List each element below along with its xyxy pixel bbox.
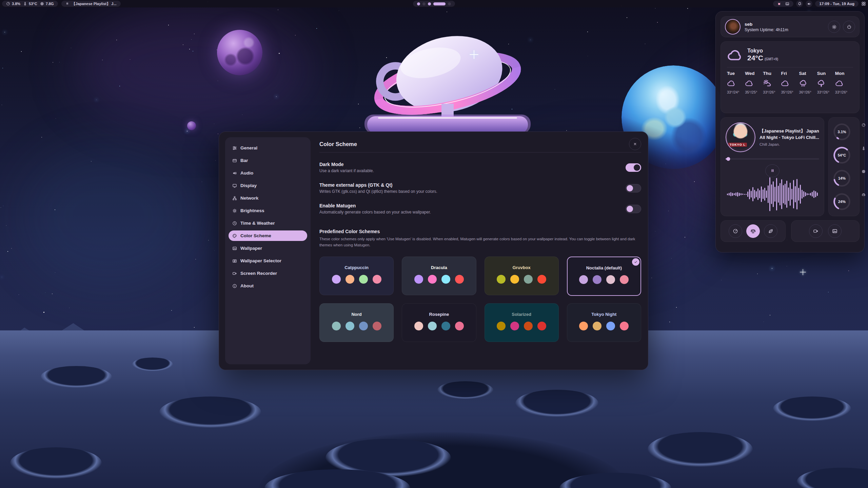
scheme-card-nord[interactable]: Nord	[319, 303, 394, 342]
sidebar-item-wallpaper-selector[interactable]: Wallpaper Selector	[229, 256, 307, 266]
cat-icon	[777, 2, 781, 6]
side-panel: seb System Uptime: 4h11m Tokyo 24°C (GMT…	[715, 11, 865, 252]
workspace-indicator[interactable]	[413, 1, 455, 7]
cloud-icon	[781, 79, 789, 87]
thermometer-icon	[862, 146, 866, 150]
sidebar-item-general[interactable]: General	[229, 143, 307, 153]
color-swatch	[524, 275, 533, 284]
close-button[interactable]	[629, 138, 641, 150]
scheme-card-solarized[interactable]: Solarized	[485, 303, 559, 342]
seek-bar[interactable]	[726, 158, 819, 160]
color-swatch	[510, 275, 519, 284]
sidebar-item-brightness[interactable]: Brightness	[229, 205, 307, 216]
sidebar-item-screen-recorder[interactable]: Screen Recorder	[229, 268, 307, 279]
color-swatch	[359, 322, 368, 330]
stat-speedometer: 3.8%	[6, 2, 20, 6]
color-swatch	[414, 322, 423, 330]
app-grid-button[interactable]	[861, 1, 866, 6]
notifications-button[interactable]	[796, 0, 803, 7]
workspace-dot-occupied[interactable]	[417, 2, 420, 5]
media-player-card: TOKYO L 【Japanese Playlist】 Japan All Ni…	[721, 117, 824, 216]
sidebar-item-bar[interactable]: Bar	[229, 155, 307, 166]
settings-window: GeneralBarAudioDisplayNetworkBrightnessT…	[219, 131, 648, 370]
divider	[319, 152, 641, 152]
setting-title: Enable Matugen	[319, 203, 431, 208]
scheme-card-gruvbox[interactable]: Gruvbox	[485, 257, 559, 295]
rain-cloud-icon	[799, 79, 808, 87]
sidebar-item-color-scheme[interactable]: Color Scheme	[229, 230, 307, 241]
color-swatch	[332, 275, 341, 284]
workspace-dot-occupied[interactable]	[428, 2, 431, 5]
system-tray[interactable]	[773, 1, 793, 7]
setting-desc: Writes GTK (gtk.css) and Qt (qt6ct) them…	[319, 189, 437, 194]
scheme-card-rosepine[interactable]: Rosepine	[402, 303, 476, 342]
saturn-cup-illustration	[358, 30, 537, 135]
color-swatch	[593, 275, 601, 284]
page-title: Color Scheme	[319, 141, 357, 147]
gauge-chip: 14%	[829, 167, 859, 189]
window-icon	[232, 158, 237, 163]
forecast-day: Thu33°/26°	[763, 71, 781, 94]
power-profile-power-saver-button[interactable]	[764, 224, 777, 238]
chip-icon	[862, 169, 866, 174]
color-swatch	[537, 275, 546, 284]
monitor-icon	[232, 183, 237, 188]
power-profile-balanced-button[interactable]	[746, 224, 760, 238]
power-icon	[847, 24, 852, 29]
sidebar-item-wallpaper[interactable]: Wallpaper	[229, 243, 307, 253]
cloud-icon	[835, 79, 844, 87]
bell-icon	[797, 2, 802, 6]
setting-title: Dark Mode	[319, 162, 374, 167]
color-swatch	[579, 275, 588, 284]
screen-recorder-button[interactable]	[809, 224, 823, 238]
settings-button[interactable]	[828, 21, 840, 33]
clock[interactable]: 17:09 - Tue, 19 Aug	[815, 1, 859, 7]
power-button[interactable]	[843, 21, 855, 33]
setting-title: Theme external apps (GTK & Qt)	[319, 182, 437, 188]
sun-cloud-icon	[763, 79, 771, 87]
section-title: Predefined Color Schemes	[319, 229, 641, 234]
workspace-dot-empty[interactable]	[422, 2, 426, 5]
speedometer-icon	[862, 123, 866, 127]
sidebar-item-audio[interactable]: Audio	[229, 168, 307, 178]
brightness-icon	[232, 208, 237, 213]
volume-icon	[807, 2, 811, 6]
dark-mode-toggle[interactable]	[626, 163, 641, 172]
color-swatch	[414, 275, 423, 284]
tray-item[interactable]	[785, 2, 789, 6]
color-swatch	[441, 275, 450, 284]
scheme-card-noctalia-default-[interactable]: Noctalia (default)	[567, 257, 641, 296]
grid-icon	[861, 1, 866, 6]
wallpaper-button[interactable]	[828, 224, 842, 238]
sidebar-item-time-weather[interactable]: Time & Weather	[229, 218, 307, 228]
pause-button[interactable]	[765, 164, 780, 177]
selected-check-badge	[632, 258, 639, 266]
stat-thermometer: 53°C	[23, 2, 37, 6]
scheme-card-dracula[interactable]: Dracula	[402, 257, 476, 295]
workspace-dot-active[interactable]	[433, 2, 446, 5]
theme-external-apps-toggle[interactable]	[626, 184, 641, 192]
track-artist: Chill Japan.	[760, 142, 819, 146]
tiny-planet	[187, 121, 196, 130]
workspace-dot-empty[interactable]	[448, 2, 451, 5]
color-swatch	[606, 275, 615, 284]
color-swatch	[428, 275, 437, 284]
album-art: TOKYO L	[726, 122, 755, 152]
topbar-media-pill[interactable]: 【Japanese Playlist】 J...	[61, 1, 121, 7]
volume-button[interactable]	[806, 0, 812, 7]
color-swatch	[455, 275, 464, 284]
x-icon	[633, 142, 637, 146]
scheme-card-catppuccin[interactable]: Catppuccin	[319, 257, 394, 295]
power-profile-performance-button[interactable]	[729, 224, 742, 238]
enable-matugen-toggle[interactable]	[626, 205, 641, 213]
sidebar-item-display[interactable]: Display	[229, 180, 307, 191]
forecast-day: Sun33°/26°	[817, 71, 835, 94]
forecast-day: Wed35°/25°	[745, 71, 763, 94]
sidebar-item-about[interactable]: About	[229, 281, 307, 291]
cloud-icon	[745, 79, 753, 87]
scheme-card-tokyo-night[interactable]: Tokyo Night	[567, 303, 641, 342]
sidebar-item-network[interactable]: Network	[229, 193, 307, 203]
weather-forecast: Tue33°/24°Wed35°/25°Thu33°/26°Fri35°/26°…	[727, 71, 853, 94]
color-swatch	[497, 322, 506, 330]
tray-item[interactable]	[777, 2, 781, 6]
